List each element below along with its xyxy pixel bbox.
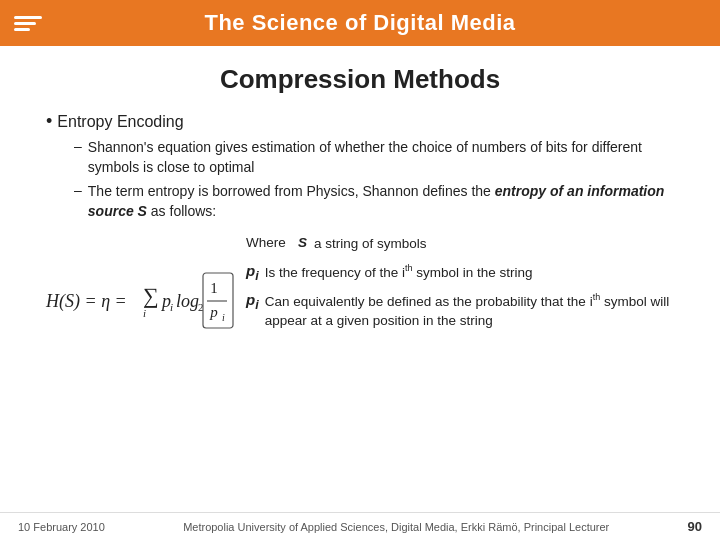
main-content: Compression Methods Entropy Encoding – S…: [0, 46, 720, 355]
dash-text-1: Shannon's equation gives estimation of w…: [88, 138, 684, 177]
svg-text:i: i: [170, 301, 173, 313]
svg-text:p: p: [209, 304, 218, 320]
bullet-section: Entropy Encoding – Shannon's equation gi…: [46, 111, 684, 221]
annotations: Where S a string of symbols pi Is the fr…: [246, 235, 684, 330]
logo-line-1: [14, 16, 42, 19]
bullet-main: Entropy Encoding: [46, 111, 684, 132]
annot-where-row: Where S a string of symbols: [246, 235, 684, 254]
pi-text-1: Is the frequency of the i: [265, 265, 405, 280]
header-title: The Science of Digital Media: [204, 10, 515, 35]
svg-text:H(S) = η =: H(S) = η =: [45, 291, 127, 312]
S-symbol: S: [298, 235, 308, 250]
pi2-text-main: Can equivalently be defined as the proba…: [265, 294, 593, 309]
header: The Science of Digital Media: [0, 0, 720, 46]
annot-pi2-row: pi Can equivalently be defined as the pr…: [246, 291, 684, 330]
slide-title: Compression Methods: [36, 64, 684, 95]
footer-institution: Metropolia University of Applied Science…: [105, 521, 688, 533]
footer: 10 February 2010 Metropolia University o…: [0, 512, 720, 540]
svg-text:1: 1: [210, 280, 218, 296]
pi-text-end: symbol in the string: [413, 265, 533, 280]
pi-text: Is the frequency of the ith symbol in th…: [265, 262, 533, 282]
dash-item-2: – The term entropy is borrowed from Phys…: [74, 182, 684, 221]
footer-date: 10 February 2010: [18, 521, 105, 533]
svg-text:∑: ∑: [143, 283, 159, 308]
dash-icon-2: –: [74, 182, 82, 221]
annot-pi-row: pi Is the frequency of the ith symbol in…: [246, 262, 684, 283]
dash-icon-1: –: [74, 138, 82, 177]
dash-item-1: – Shannon's equation gives estimation of…: [74, 138, 684, 177]
logo-line-3: [14, 28, 30, 31]
where-label: Where: [246, 235, 292, 250]
formula-svg: H(S) = η = ∑ i p i log 2 1 p i: [46, 265, 236, 345]
logo: [8, 3, 48, 43]
footer-page: 90: [688, 519, 702, 534]
dash-text-2: The term entropy is borrowed from Physic…: [88, 182, 684, 221]
svg-text:log: log: [176, 291, 199, 311]
S-text: a string of symbols: [314, 235, 427, 254]
pi-sup: th: [405, 263, 413, 273]
formula-image: H(S) = η = ∑ i p i log 2 1 p i: [46, 235, 226, 345]
formula-area: H(S) = η = ∑ i p i log 2 1 p i Where S: [46, 235, 684, 345]
logo-line-2: [14, 22, 36, 25]
svg-text:i: i: [143, 307, 146, 319]
svg-text:i: i: [222, 312, 225, 323]
bullet-label: Entropy Encoding: [57, 113, 183, 130]
bold-italic-text: entropy of an information source S: [88, 183, 665, 219]
pi2-sup: th: [593, 292, 601, 302]
pi2-text: Can equivalently be defined as the proba…: [265, 291, 684, 330]
pi2-symbol: pi: [246, 291, 259, 312]
pi-symbol: pi: [246, 262, 259, 283]
